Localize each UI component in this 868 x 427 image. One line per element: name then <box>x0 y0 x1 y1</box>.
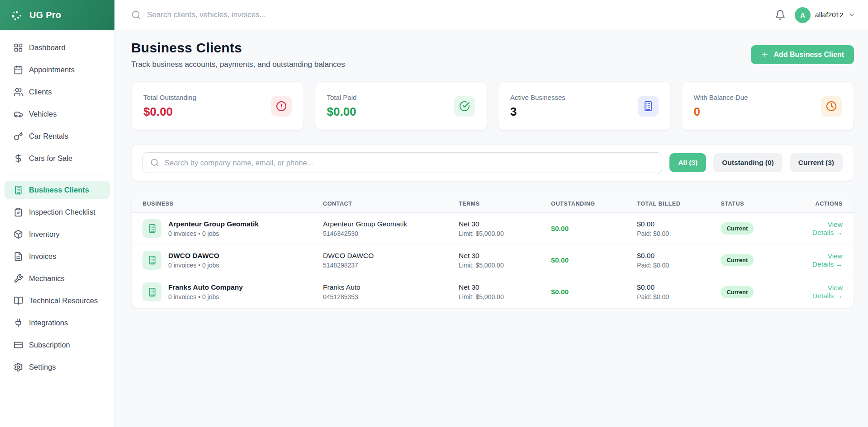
filter-all-button[interactable]: All (3) <box>669 153 706 172</box>
sidebar-item-label: Car Rentals <box>29 132 68 141</box>
sidebar-item-mechanics[interactable]: Mechanics <box>5 269 110 288</box>
notifications-button[interactable] <box>775 9 786 20</box>
outstanding-amount: $0.00 <box>551 288 569 296</box>
outstanding-amount: $0.00 <box>551 225 569 232</box>
terms: Net 30 <box>459 283 536 291</box>
sidebar-item-subscription[interactable]: Subscription <box>5 336 110 354</box>
building-icon <box>638 96 659 117</box>
view-details-link[interactable]: View Details → <box>812 252 843 268</box>
global-search <box>131 10 775 20</box>
page-subtitle: Track business accounts, payments, and o… <box>131 60 345 69</box>
stat-cards: Total Outstanding $0.00 Total Paid $0.00 <box>131 81 854 131</box>
sidebar-item-inspection-checklist[interactable]: Inspection Checklist <box>5 203 110 221</box>
table-header-row: BUSINESS CONTACT TERMS OUTSTANDING TOTAL… <box>132 195 854 213</box>
sidebar-item-label: Business Clients <box>29 186 89 194</box>
sidebar-item-label: Inventory <box>29 230 60 239</box>
view-details-link[interactable]: View Details → <box>812 221 843 236</box>
building-icon <box>142 282 161 301</box>
brand-logo: UG Pro <box>0 0 114 30</box>
package-icon <box>14 230 23 239</box>
stat-card-total-outstanding: Total Outstanding $0.00 <box>131 81 304 131</box>
sidebar-item-technical-resources[interactable]: Technical Resources <box>5 291 110 310</box>
dollar-icon <box>14 154 23 163</box>
contact-phone: 5148298237 <box>323 262 443 269</box>
total-billed: $0.00 <box>637 220 705 228</box>
filter-bar: All (3) Outstanding (0) Current (3) <box>131 144 854 181</box>
sidebar-item-label: Appointments <box>29 66 75 74</box>
paid-amount: Paid: $0.00 <box>637 230 705 237</box>
users-icon <box>14 87 23 97</box>
building-icon <box>14 185 23 195</box>
client-search <box>142 152 662 173</box>
credit-limit: Limit: $5,000.00 <box>459 230 536 237</box>
stat-label: With Balance Due <box>694 94 748 101</box>
sidebar-item-clients[interactable]: Clients <box>5 83 110 101</box>
global-search-input[interactable] <box>147 10 364 19</box>
column-header-status: STATUS <box>710 201 798 207</box>
sidebar-item-label: Integrations <box>29 319 68 327</box>
sidebar-item-integrations[interactable]: Integrations <box>5 314 110 332</box>
page-title: Business Clients <box>131 40 345 56</box>
sidebar-item-car-rentals[interactable]: Car Rentals <box>5 127 110 145</box>
status-badge: Current <box>721 286 754 298</box>
contact-name: Franks Auto <box>323 283 443 291</box>
sidebar-item-business-clients[interactable]: Business Clients <box>5 181 110 199</box>
paid-amount: Paid: $0.00 <box>637 293 705 300</box>
key-icon <box>14 131 23 141</box>
column-header-outstanding: OUTSTANDING <box>540 201 626 207</box>
stat-value: $0.00 <box>327 105 357 119</box>
column-header-contact: CONTACT <box>312 201 448 207</box>
book-open-icon <box>14 296 23 305</box>
column-header-terms: TERMS <box>448 201 540 207</box>
view-details-link[interactable]: View Details → <box>812 284 843 300</box>
sidebar-item-label: Clients <box>29 88 52 96</box>
business-meta: 0 invoices • 0 jobs <box>168 230 259 237</box>
stat-label: Active Businesses <box>510 94 565 101</box>
check-circle-icon <box>454 96 475 117</box>
credit-limit: Limit: $5,000.00 <box>459 293 536 300</box>
plug-icon <box>14 318 23 328</box>
sidebar-item-inventory[interactable]: Inventory <box>5 225 110 244</box>
sidebar-item-label: Vehicles <box>29 110 57 118</box>
sidebar-item-vehicles[interactable]: Vehicles <box>5 105 110 123</box>
credit-limit: Limit: $5,000.00 <box>459 262 536 269</box>
outstanding-amount: $0.00 <box>551 256 569 264</box>
gear-icon <box>14 362 23 372</box>
sidebar-item-invoices[interactable]: Invoices <box>5 247 110 266</box>
add-business-client-button[interactable]: Add Business Client <box>751 45 854 64</box>
clipboard-check-icon <box>14 207 23 217</box>
stat-card-with-balance-due: With Balance Due 0 <box>682 81 854 131</box>
wrench-icon <box>14 274 23 283</box>
add-button-label: Add Business Client <box>773 51 844 59</box>
client-search-input[interactable] <box>165 159 655 167</box>
sidebar-item-label: Inspection Checklist <box>29 208 95 216</box>
logo-icon <box>10 9 24 22</box>
alert-circle-icon <box>271 96 292 117</box>
sidebar-item-appointments[interactable]: Appointments <box>5 61 110 79</box>
sidebar-item-dashboard[interactable]: Dashboard <box>5 38 110 57</box>
filter-current-button[interactable]: Current (3) <box>790 153 843 172</box>
sidebar-item-cars-for-sale[interactable]: Cars for Sale <box>5 149 110 168</box>
car-icon <box>14 109 23 119</box>
stat-label: Total Paid <box>327 94 357 101</box>
business-name: Arpenteur Group Geomatik <box>168 220 259 228</box>
sidebar-item-label: Dashboard <box>29 43 66 52</box>
credit-card-icon <box>14 340 23 350</box>
sidebar-item-label: Invoices <box>29 252 57 261</box>
business-meta: 0 invoices • 0 jobs <box>168 293 243 300</box>
contact-phone: 5146342530 <box>323 230 443 237</box>
sidebar-item-label: Settings <box>29 363 56 371</box>
sidebar-item-settings[interactable]: Settings <box>5 358 110 376</box>
dashboard-icon <box>14 43 23 52</box>
sidebar-item-label: Subscription <box>29 341 70 349</box>
stat-value: 0 <box>694 105 748 119</box>
filter-outstanding-button[interactable]: Outstanding (0) <box>713 153 783 172</box>
total-billed: $0.00 <box>637 283 705 291</box>
status-badge: Current <box>721 222 754 235</box>
sidebar-nav: Dashboard Appointments Clients Vehicles … <box>0 30 114 388</box>
user-menu[interactable]: A allaf2012 <box>795 7 855 23</box>
terms: Net 30 <box>459 220 536 228</box>
chevron-down-icon <box>848 11 855 19</box>
stat-value: $0.00 <box>143 105 196 119</box>
building-icon <box>142 251 161 270</box>
